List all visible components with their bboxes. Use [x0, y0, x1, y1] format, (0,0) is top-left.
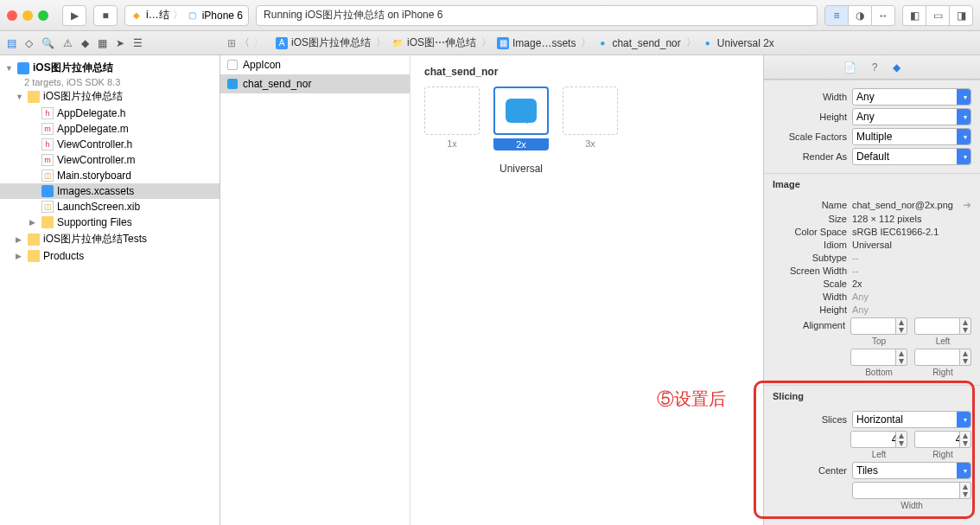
report-nav-tab[interactable]: ☰ [133, 37, 143, 49]
slot-2x[interactable]: 2x [493, 86, 549, 150]
m-file-icon: m [41, 123, 54, 135]
nav-file-viewcontroller-m[interactable]: mViewController.m [0, 152, 220, 168]
run-button[interactable]: ▶ [62, 5, 86, 26]
folder-icon [41, 216, 54, 228]
attributes-inspector-tab[interactable]: ◆ [893, 61, 900, 74]
asset-appicon[interactable]: AppIcon [220, 55, 410, 74]
crumb-project[interactable]: AiOS图片拉伸总结〉 [276, 35, 388, 50]
activity-status: Running iOS图片拉伸总结 on iPhone 6 [256, 5, 818, 26]
render-as-select[interactable]: Default▾ [852, 148, 971, 165]
canvas-title: chat_send_nor [424, 66, 749, 78]
scheme-selector[interactable]: ◆ i…结 〉 ▢ iPhone 6 [124, 5, 249, 26]
slot-1x[interactable]: 1x [424, 86, 480, 150]
project-icon: A [276, 37, 288, 49]
slice-width-input[interactable]: 1▴▾ [852, 482, 971, 499]
toggle-debug-button[interactable]: ▭ [926, 5, 950, 26]
folder-icon: 📁 [391, 37, 404, 49]
crumb-imageset[interactable]: ●chat_send_nor〉 [596, 35, 697, 50]
crumb-assets[interactable]: ▦Image…ssets〉 [497, 35, 593, 50]
issue-nav-tab[interactable]: ⚠ [63, 37, 73, 49]
image-name-value: chat_send_nor@2x.png [852, 200, 954, 210]
project-navigator: ▼iOS图片拉伸总结 2 targets, iOS SDK 8.3 ▼iOS图片… [0, 55, 220, 525]
height-select[interactable]: Any▾ [852, 108, 971, 125]
find-nav-tab[interactable]: 🔍 [41, 37, 54, 49]
version-editor-button[interactable]: ↔ [871, 5, 895, 26]
standard-editor-button[interactable]: ≡ [824, 5, 849, 26]
image-set-section: WidthAny▾ HeightAny▾ Scale FactorsMultip… [764, 80, 980, 173]
panel-toggle-group: ◧ ▭ ◨ [902, 5, 973, 26]
breakpoint-nav-tab[interactable]: ➤ [116, 37, 124, 49]
stop-button[interactable]: ■ [93, 5, 118, 26]
slices-select[interactable]: Horizontal▾ [852, 411, 971, 428]
zoom-window[interactable] [38, 10, 48, 21]
device-icon: ▢ [187, 10, 199, 22]
slot-2x-label: 2x [493, 138, 549, 150]
nav-file-viewcontroller-h[interactable]: hViewController.h [0, 137, 220, 152]
img-width-value: Any [852, 291, 971, 302]
height-label: Height [773, 112, 847, 122]
annotation-text: ⑤设置后 [657, 387, 726, 411]
nav-supporting-files[interactable]: ▶Supporting Files [0, 214, 220, 230]
forward-button[interactable]: 〉 [253, 35, 264, 50]
assistant-editor-button[interactable]: ◑ [848, 5, 872, 26]
navigator-tabs: ▤ ◇ 🔍 ⚠ ◆ ▦ ➤ ☰ [0, 37, 220, 49]
appicon-icon [227, 60, 238, 70]
slot-3x[interactable]: 3x [563, 86, 618, 150]
debug-nav-tab[interactable]: ▦ [98, 37, 107, 49]
asset-canvas: chat_send_nor 1x 2x 3x Uni [410, 55, 763, 525]
file-inspector-tab[interactable]: 📄 [843, 61, 856, 74]
nav-file-storyboard[interactable]: ◫Main.storyboard [0, 168, 220, 183]
minimize-window[interactable] [22, 10, 33, 21]
scale-factors-select[interactable]: Multiple▾ [852, 128, 971, 145]
close-window[interactable] [7, 10, 17, 21]
nav-file-appdelegate-h[interactable]: hAppDelegate.h [0, 106, 220, 121]
slice-right-input[interactable]: 49▴▾ [914, 431, 971, 448]
toolbar: ▶ ■ ◆ i…结 〉 ▢ iPhone 6 Running iOS图片拉伸总结… [0, 0, 980, 31]
center-select[interactable]: Tiles▾ [852, 462, 971, 479]
nav-project-subtitle: 2 targets, iOS SDK 8.3 [0, 77, 220, 87]
nav-file-xcassets[interactable]: Images.xcassets [0, 183, 220, 199]
nav-file-appdelegate-m[interactable]: mAppDelegate.m [0, 121, 220, 137]
nav-products-group[interactable]: ▶Products [0, 248, 220, 264]
crumb-slot[interactable]: ●Universal 2x [702, 37, 774, 49]
scheme-app-label: i…结 [146, 8, 169, 22]
window-controls [7, 10, 48, 21]
slicing-section-header: Slicing [764, 385, 980, 403]
slice-left-input[interactable]: 49▴▾ [850, 431, 907, 448]
h-file-icon: h [41, 138, 54, 150]
quick-help-tab[interactable]: ? [872, 61, 878, 74]
status-text: Running iOS图片拉伸总结 on iPhone 6 [264, 8, 442, 22]
reveal-icon[interactable]: ➜ [963, 199, 971, 211]
well-3x[interactable] [563, 86, 618, 135]
align-bottom-input[interactable]: 0▴▾ [850, 349, 907, 366]
scale-factors-label: Scale Factors [773, 131, 847, 142]
width-select[interactable]: Any▾ [852, 88, 971, 106]
scheme-device-label: iPhone 6 [202, 10, 243, 22]
xib-icon: ◫ [41, 201, 54, 213]
toggle-utilities-button[interactable]: ◨ [949, 5, 973, 26]
asset-list: AppIcon chat_send_nor [220, 55, 410, 525]
nav-file-launchscreen[interactable]: ◫LaunchScreen.xib [0, 199, 220, 214]
crumb-group[interactable]: 📁iOS图⋯伸总结〉 [391, 35, 493, 50]
assets-icon: ▦ [497, 37, 509, 49]
project-nav-tab[interactable]: ▤ [7, 37, 16, 49]
well-2x[interactable] [493, 86, 549, 135]
h-file-icon: h [41, 107, 54, 119]
nav-tests-group[interactable]: ▶iOS图片拉伸总结Tests [0, 230, 220, 248]
inspector-tabs: 📄 ? ◆ [764, 55, 980, 80]
editor-mode-group: ≡ ◑ ↔ [824, 5, 895, 26]
nav-group-row[interactable]: ▼iOS图片拉伸总结 [0, 87, 220, 106]
toggle-navigator-button[interactable]: ◧ [902, 5, 926, 26]
align-top-input[interactable]: 0▴▾ [850, 317, 907, 335]
align-left-input[interactable]: 0▴▾ [914, 317, 971, 335]
back-button[interactable]: 〈 [239, 35, 250, 50]
symbol-nav-tab[interactable]: ◇ [25, 37, 33, 49]
folder-icon [28, 250, 40, 262]
related-items-icon[interactable]: ⊞ [227, 37, 236, 49]
test-nav-tab[interactable]: ◆ [81, 37, 89, 49]
asset-chat-send-nor[interactable]: chat_send_nor [220, 74, 410, 93]
slot-1x-label: 1x [424, 138, 480, 149]
well-1x[interactable] [424, 86, 480, 135]
nav-project-row[interactable]: ▼iOS图片拉伸总结 [0, 59, 220, 77]
align-right-input[interactable]: 0▴▾ [914, 349, 971, 366]
